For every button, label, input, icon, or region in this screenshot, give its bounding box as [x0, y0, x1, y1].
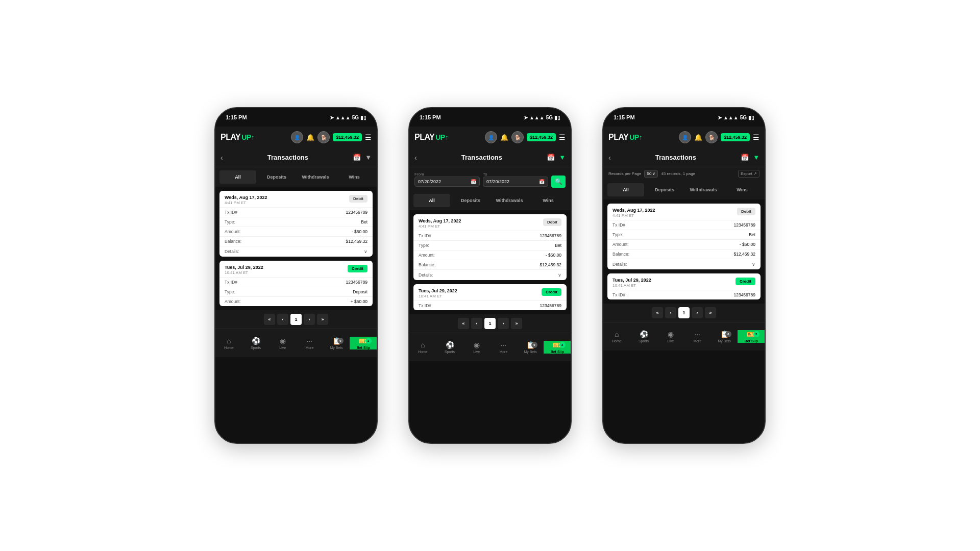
tx-details-1-2[interactable]: Details: ∨ [413, 269, 567, 280]
next-page-btn-2[interactable]: › [498, 318, 509, 329]
page-title-2: Transactions [417, 154, 547, 161]
nav-more-1[interactable]: ··· More [296, 337, 323, 349]
nav-betslip-3[interactable]: 2 🎫 Bet Slip [738, 330, 765, 343]
amount-label-1-3: Amount: [612, 242, 629, 247]
header-actions-3: 📅 ▼ [741, 154, 760, 161]
tx-details-1-3[interactable]: Details: ∨ [607, 259, 761, 269]
tab-wins-2[interactable]: Wins [530, 194, 567, 207]
export-btn[interactable]: Export ↗ [738, 170, 760, 178]
next-page-btn-3[interactable]: › [692, 307, 703, 318]
current-page-btn-3[interactable]: 1 [678, 307, 690, 318]
nav-sports-3[interactable]: ⚽ Sports [630, 330, 657, 343]
export-icon: ↗ [753, 171, 757, 176]
tx-details-1-1[interactable]: Details: ∨ [219, 246, 373, 257]
calendar-icon-3[interactable]: 📅 [741, 154, 749, 161]
tx-date-1-3: Weds, Aug 17, 2022 [612, 208, 655, 213]
from-date-input[interactable]: 07/20/2022 📅 [414, 177, 480, 187]
bell-icon-2[interactable]: 🔔 [500, 134, 508, 141]
avatar-dog-3[interactable]: 🐕 [705, 131, 718, 143]
calendar-icon-1[interactable]: 📅 [353, 154, 361, 161]
records-row: Records per Page 50 ∨ 45 records, 1 page… [603, 167, 765, 180]
nav-home-2[interactable]: ⌂ Home [409, 341, 436, 354]
nav-betslip-1[interactable]: 2 🎫 Bet Slip [350, 337, 377, 349]
filter-icon-3[interactable]: ▼ [753, 154, 760, 161]
time-1: 1:15 PM [226, 114, 247, 120]
avatar-2[interactable]: 👤 [485, 131, 497, 143]
menu-icon-3[interactable]: ☰ [753, 133, 760, 141]
home-icon-1: ⌂ [227, 337, 231, 345]
last-page-btn-1[interactable]: » [317, 314, 328, 325]
logo-arrow-3: UP↑ [629, 133, 642, 141]
bell-icon-1[interactable]: 🔔 [306, 134, 314, 141]
tab-wins-3[interactable]: Wins [724, 183, 761, 196]
battery-icon-3: ▮▯ [748, 115, 754, 120]
nav-live-1[interactable]: ◉ Live [269, 337, 296, 349]
details-chevron-1-1: ∨ [364, 249, 368, 254]
page-header-3: ‹ Transactions 📅 ▼ [603, 148, 765, 167]
to-date-input[interactable]: 07/20/2022 📅 [483, 177, 548, 187]
nav-live-3[interactable]: ◉ Live [657, 330, 684, 343]
menu-icon-2[interactable]: ☰ [559, 133, 566, 141]
nav-sports-1[interactable]: ⚽ Sports [242, 337, 270, 349]
prev-page-btn-2[interactable]: ‹ [471, 318, 482, 329]
pagination-3: « ‹ 1 › » [603, 304, 765, 322]
mybets-badge-1: 0 [337, 338, 344, 344]
menu-icon-1[interactable]: ☰ [365, 133, 372, 141]
tab-deposits-3[interactable]: Deposits [646, 183, 683, 196]
balance-label-1-1: Balance: [225, 239, 241, 244]
tab-deposits-1[interactable]: Deposits [258, 170, 295, 184]
first-page-btn-1[interactable]: « [264, 314, 275, 325]
avatar-3[interactable]: 👤 [679, 131, 691, 143]
last-page-btn-2[interactable]: » [511, 318, 522, 329]
tab-all-2[interactable]: All [413, 194, 450, 207]
nav-more-3[interactable]: ··· More [684, 330, 711, 343]
tab-withdrawals-3[interactable]: Withdrawals [685, 183, 722, 196]
prev-page-btn-3[interactable]: ‹ [665, 307, 676, 318]
tab-withdrawals-1[interactable]: Withdrawals [297, 170, 334, 184]
tab-all-3[interactable]: All [607, 183, 644, 196]
calendar-icon-2[interactable]: 📅 [547, 154, 555, 161]
nav-home-3[interactable]: ⌂ Home [603, 330, 630, 343]
logo-1: PLAY UP↑ [220, 133, 254, 142]
first-page-btn-3[interactable]: « [652, 307, 663, 318]
tx-row-txid-2-3: Tx ID# 123456789 [607, 290, 761, 299]
status-icons-3: ➤ ▲▲▲ 5G ▮▯ [718, 115, 754, 120]
notch-2 [470, 108, 510, 117]
tab-all-1[interactable]: All [219, 170, 256, 184]
date-search-btn[interactable]: 🔍 [551, 176, 566, 188]
nav-live-2[interactable]: ◉ Live [463, 341, 490, 354]
first-page-btn-2[interactable]: « [458, 318, 469, 329]
tx-date-1-1: Weds, Aug 17, 2022 [225, 195, 267, 200]
bottom-nav-3: ⌂ Home ⚽ Sports ◉ Live ··· More 0 📋 My B… [603, 322, 765, 350]
records-select[interactable]: 50 ∨ [644, 170, 658, 178]
page-title-3: Transactions [611, 154, 741, 161]
nav-more-2[interactable]: ··· More [490, 341, 517, 354]
nav-sports-2[interactable]: ⚽ Sports [436, 341, 463, 354]
content-area-1: Weds, Aug 17, 2022 4:41 PM ET Debit Tx I… [215, 187, 377, 310]
tab-deposits-2[interactable]: Deposits [452, 194, 489, 207]
nav-betslip-2[interactable]: 2 🎫 Bet Slip [544, 341, 571, 354]
prev-page-btn-1[interactable]: ‹ [277, 314, 288, 325]
bell-icon-3[interactable]: 🔔 [694, 134, 702, 141]
nav-mybets-1[interactable]: 0 📋 My Bets [323, 337, 350, 349]
tab-wins-1[interactable]: Wins [336, 170, 373, 184]
header-right-2: 👤 🔔 🐕 $12,459.32 ☰ [485, 131, 566, 143]
avatar-1[interactable]: 👤 [291, 131, 303, 143]
current-page-btn-1[interactable]: 1 [290, 314, 302, 325]
avatar-dog-1[interactable]: 🐕 [317, 131, 330, 143]
current-page-btn-2[interactable]: 1 [484, 318, 496, 329]
tx-header-1-1: Weds, Aug 17, 2022 4:41 PM ET Debit [219, 191, 373, 207]
next-page-btn-1[interactable]: › [304, 314, 315, 325]
filter-icon-2[interactable]: ▼ [559, 154, 566, 161]
nav-mybets-3[interactable]: 0 📋 My Bets [711, 330, 738, 343]
avatar-dog-2[interactable]: 🐕 [511, 131, 524, 143]
nav-mybets-2[interactable]: 0 📋 My Bets [517, 341, 544, 354]
phone-frame-2: 1:15 PM ➤ ▲▲▲ 5G ▮▯ PLAY UP↑ 👤 🔔 🐕 $12,4… [408, 107, 572, 444]
last-page-btn-3[interactable]: » [705, 307, 716, 318]
betslip-label-3: Bet Slip [745, 339, 758, 343]
tx-header-1-2: Weds, Aug 17, 2022 4:41 PM ET Debit [413, 214, 567, 231]
nav-home-1[interactable]: ⌂ Home [215, 337, 242, 349]
filter-icon-1[interactable]: ▼ [365, 154, 372, 161]
tx-row-amount-1-1: Amount: - $50.00 [219, 227, 373, 236]
tab-withdrawals-2[interactable]: Withdrawals [491, 194, 528, 207]
